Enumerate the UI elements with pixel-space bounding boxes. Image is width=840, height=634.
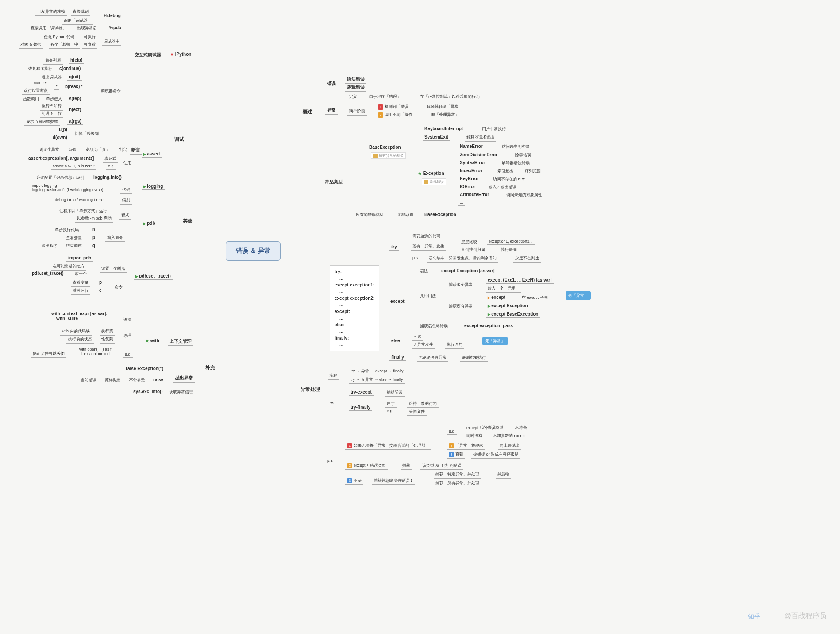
leaf: except Exception [as var] bbox=[439, 267, 497, 274]
leaf: 可查看 bbox=[82, 41, 97, 49]
leaf: 原样抛出 bbox=[103, 376, 123, 384]
leaf: ... bbox=[458, 199, 465, 206]
node-else[interactable]: else bbox=[389, 337, 401, 344]
leaf: n bbox=[91, 226, 97, 233]
node-pdb[interactable]: pdb bbox=[142, 220, 157, 227]
cmd: c(ontinue) bbox=[58, 65, 82, 72]
leaf: 在可能出错的地方 bbox=[51, 263, 86, 271]
cmd: h(elp) bbox=[69, 57, 84, 64]
leaf: 查看变量 bbox=[71, 279, 90, 287]
leaf: 逻辑错误 bbox=[345, 83, 366, 92]
leaf: 几种用法 bbox=[418, 292, 438, 300]
watermark-text: @百战程序员 bbox=[784, 611, 827, 621]
leaf: IndexError bbox=[458, 167, 484, 174]
leaf: 使用 bbox=[122, 159, 133, 167]
leaf: 直到找到归属 bbox=[459, 246, 487, 254]
leaf: 空 except 子句 bbox=[520, 294, 550, 302]
node-ipython[interactable]: IPython bbox=[168, 51, 193, 58]
leaf: 输入／输出错误 bbox=[487, 183, 518, 191]
root-node[interactable]: 错误 ＆ 异常 bbox=[226, 241, 281, 261]
node-vs[interactable]: vs bbox=[328, 400, 336, 406]
leaf: 执行语句 bbox=[499, 246, 519, 254]
leaf: try → 异常 → except → finally bbox=[349, 367, 405, 375]
leaf: 解释器请求退出 bbox=[465, 134, 496, 142]
leaf: 执行完 bbox=[100, 328, 115, 336]
leaf: 直接调用「调试器」 bbox=[29, 24, 68, 32]
node-error[interactable]: 错误 bbox=[325, 80, 338, 88]
cmd: q(uit) bbox=[67, 73, 82, 81]
node-debugger-cmds[interactable]: 调试器命令 bbox=[99, 87, 123, 95]
tag: 常规错误 bbox=[418, 178, 448, 186]
leaf: 捕获后忽略错误 bbox=[418, 322, 450, 330]
watermark-logo: 知乎 bbox=[748, 613, 760, 621]
leaf: 显示当前函数参数 bbox=[24, 118, 60, 126]
node-ps[interactable]: p.s. bbox=[325, 457, 335, 464]
cmd: b(reak) * bbox=[63, 83, 85, 90]
branch-supplement[interactable]: 补充 bbox=[204, 363, 217, 372]
leaf: 可执行 bbox=[82, 33, 97, 41]
node-raise[interactable]: 抛出异常 bbox=[173, 374, 195, 383]
node-assert[interactable]: assert bbox=[142, 151, 162, 158]
leaf: 语法 bbox=[418, 267, 430, 275]
node-logging[interactable]: logging bbox=[142, 183, 165, 190]
branch-debug[interactable]: 调试 bbox=[173, 135, 186, 143]
leaf: 关闭文件 bbox=[407, 408, 427, 416]
node-finally[interactable]: finally bbox=[389, 354, 406, 361]
node-settrace[interactable]: pdb.set_trace() bbox=[134, 273, 173, 280]
leaf: c bbox=[97, 287, 104, 294]
node-try[interactable]: try bbox=[389, 244, 399, 251]
branch-overview[interactable]: 概述 bbox=[301, 108, 314, 116]
node-common-types[interactable]: 常见类型 bbox=[323, 178, 344, 186]
leaf: 该类型 及 子类 的错误 bbox=[420, 462, 463, 470]
leaf: except BaseException bbox=[486, 311, 540, 318]
node-ctx[interactable]: 上下文管理 bbox=[168, 337, 193, 346]
leaf: except 后的错误类型 bbox=[465, 424, 505, 432]
node-pct-debug[interactable]: %debug bbox=[102, 12, 123, 19]
node-interactive-debugger[interactable]: 交互式调试器 bbox=[133, 51, 163, 59]
leaf: 对象 & 数据 bbox=[19, 41, 43, 49]
cmd: u(p) bbox=[57, 126, 69, 133]
leaf: SyntaxError bbox=[458, 159, 487, 166]
leaf: 调用「调试器」 bbox=[62, 17, 93, 25]
leaf: 为假 bbox=[66, 146, 78, 154]
leaf: 两个阶段 bbox=[347, 108, 367, 116]
leaf: 被捕捉 or 造成主程序报错 bbox=[471, 451, 520, 459]
node-baseexception[interactable]: BaseException bbox=[367, 144, 403, 151]
cmd: a(rgs) bbox=[67, 118, 83, 125]
leaf: 捕获「所有异常」并处理 bbox=[434, 479, 481, 487]
leaf: BaseException bbox=[423, 211, 458, 218]
leaf: 语法 bbox=[122, 316, 133, 324]
node-pct-pdb[interactable]: %pdb bbox=[108, 24, 123, 31]
leaf: 若有「异常」发生 bbox=[411, 243, 446, 251]
leaf: 无异常发生 bbox=[412, 341, 435, 349]
leaf: 代码 bbox=[120, 186, 132, 194]
leaf: 当前错误 bbox=[79, 376, 98, 384]
node-with[interactable]: with bbox=[143, 337, 161, 344]
leaf: 出现异常后 bbox=[75, 24, 99, 32]
leaf: 访问不存在的 Key bbox=[491, 175, 527, 183]
leaf: 序列范围 bbox=[523, 167, 543, 175]
tag: 所有异常的基类 bbox=[367, 151, 408, 160]
leaf: 继续运行 bbox=[71, 287, 90, 295]
leaf: 捕获「特定异常」并处理 bbox=[434, 471, 481, 479]
leaf: 除零错误 bbox=[513, 151, 533, 159]
leaf: p bbox=[91, 234, 97, 241]
leaf: e.g. bbox=[385, 408, 395, 414]
node-other[interactable]: 其他 bbox=[181, 217, 194, 225]
node-exception[interactable]: 异常 bbox=[325, 106, 338, 115]
leaf: 语法错误 bbox=[345, 75, 366, 84]
leaf: 解释器语法错误 bbox=[500, 159, 532, 167]
node[interactable]: 调试器中 bbox=[102, 38, 121, 46]
branch-handle[interactable]: 异常处理 bbox=[299, 385, 322, 394]
node-flow[interactable]: 流程 bbox=[328, 372, 339, 380]
leaf: SystemExit bbox=[423, 134, 450, 141]
leaf: 单步执行代码 bbox=[53, 226, 81, 234]
node-exception-cls[interactable]: Exception bbox=[416, 170, 446, 177]
node-except[interactable]: except bbox=[389, 298, 406, 305]
callout-has-exception: 有「异常」 bbox=[566, 291, 591, 300]
leaf: 以参数 -m pdb 启动 bbox=[75, 215, 113, 223]
leaf: p bbox=[97, 279, 104, 286]
leaf: 函数调用 bbox=[21, 95, 41, 103]
leaf: exception1, exception2... bbox=[487, 238, 535, 245]
leaf: pdb.set_trace() bbox=[30, 270, 66, 277]
